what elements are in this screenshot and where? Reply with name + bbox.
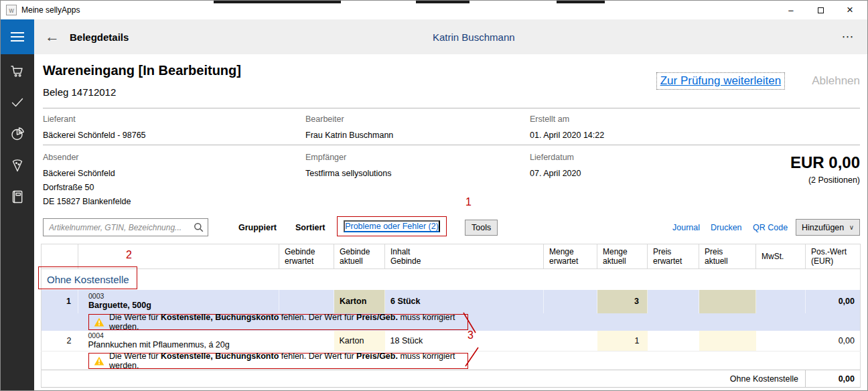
article-number: 0003: [88, 292, 279, 300]
col-gebinde-aktuell: Gebinde aktuell: [334, 244, 385, 269]
sorted-toggle[interactable]: Sortiert: [295, 223, 325, 232]
maximize-icon: [818, 7, 824, 13]
qr-code-link[interactable]: QR Code: [753, 223, 788, 232]
checkmark-icon: [9, 94, 25, 110]
preis-erwartet-cell: [648, 290, 699, 313]
field-absender: Absender Bäckerei Schönfeld Dorfstraße 5…: [43, 153, 131, 209]
menge-erwartet-cell: [544, 331, 597, 351]
titlebar: w Meine sellyApps − ×: [1, 1, 867, 19]
back-arrow-icon: ←: [45, 28, 60, 46]
total-amount: EUR 0,00: [790, 153, 860, 172]
preis-aktuell-cell[interactable]: [699, 290, 756, 313]
positions-table: Gebinde erwartet Gebinde aktuell Inhalt …: [41, 244, 861, 388]
preis-erwartet-cell: [648, 331, 699, 351]
current-user-label[interactable]: Katrin Buschmann: [433, 19, 515, 54]
screen-edge-artifact: [557, 1, 605, 3]
hamburger-menu-button[interactable]: [1, 19, 34, 54]
group-label[interactable]: Ohne Kostenstelle: [42, 269, 861, 290]
maximize-button[interactable]: [806, 1, 835, 19]
pos-wert-cell: 0,00: [806, 331, 861, 351]
screen-edge-artifact: [416, 1, 469, 3]
article-name: Barguette, 500g: [88, 300, 279, 311]
search-input[interactable]: [43, 218, 208, 236]
table-footer-row: Ohne Kostenstelle 0,00: [42, 370, 861, 388]
annotation-box-3a: Die Werte für Kostenstelle, Buchungskont…: [88, 314, 468, 330]
close-icon: ×: [847, 3, 853, 17]
more-options-button[interactable]: ⋯: [838, 19, 858, 54]
ellipsis-icon: ⋯: [842, 30, 855, 44]
mwst-cell: [756, 331, 806, 351]
field-bearbeiter: Bearbeiter Frau Katrin Buschmann: [305, 114, 393, 143]
minimize-button[interactable]: −: [776, 1, 806, 19]
col-mwst: MwSt.: [756, 244, 806, 269]
article-cell: 0004 Pfannkuchen mit Pflaumenmus, á 20g: [78, 331, 279, 351]
col-preis-aktuell: Preis aktuell: [699, 244, 756, 269]
menge-aktuell-cell[interactable]: 3: [597, 290, 648, 313]
appbar: ← Belegdetails Katrin Buschmann ⋯: [1, 19, 867, 54]
gebinde-aktuell-cell[interactable]: Karton: [334, 290, 385, 313]
divider: [43, 108, 860, 108]
col-pos-wert: Pos.-Wert (EUR): [806, 244, 861, 269]
tools-button[interactable]: Tools: [465, 220, 498, 236]
col-row-number: [42, 244, 78, 269]
article-number: 0004: [88, 331, 279, 339]
sidebar-item-food[interactable]: [1, 157, 34, 173]
back-button[interactable]: ←: [40, 19, 65, 54]
warning-text: Die Werte für Kostenstelle, Buchungskont…: [109, 313, 463, 331]
print-link[interactable]: Drucken: [711, 223, 742, 232]
sidebar-item-journal[interactable]: [1, 189, 34, 205]
document-actions: Zur Prüfung weiterleiten Ablehnen: [656, 72, 860, 90]
warning-icon: [94, 317, 104, 327]
grouped-toggle[interactable]: Gruppiert: [238, 223, 277, 232]
annotation-box-1: Probleme oder Fehler (2): [337, 216, 447, 236]
close-button[interactable]: ×: [835, 1, 865, 19]
search-icon[interactable]: [194, 222, 204, 232]
annotation-box-3b: Die Werte für Kostenstelle, Buchungskont…: [88, 353, 468, 369]
col-gebinde-erwartet: Gebinde erwartet: [279, 244, 334, 269]
col-preis-erwartet: Preis erwartet: [648, 244, 699, 269]
document-number: Beleg 14712012: [43, 86, 116, 98]
article-cell: 0003 Barguette, 500g: [78, 290, 279, 313]
col-inhalt-gebinde: Inhalt Gebinde: [385, 244, 544, 269]
window-title: Meine sellyApps: [21, 1, 80, 19]
preis-aktuell-cell[interactable]: [699, 331, 756, 351]
footer-group-total: 0,00: [806, 370, 861, 388]
add-dropdown-button[interactable]: Hinzufügen ∨: [796, 219, 860, 236]
app-logo-icon: w: [6, 5, 17, 15]
warning-row: Die Werte für Kostenstelle, Buchungskont…: [42, 313, 861, 331]
sidebar-item-cart[interactable]: [1, 63, 34, 79]
row-number: 2: [42, 331, 78, 351]
warning-row: Die Werte für Kostenstelle, Buchungskont…: [42, 351, 861, 370]
journal-link[interactable]: Journal: [672, 223, 700, 232]
inhalt-gebinde-cell: 6 Stück: [385, 290, 544, 313]
pie-chart-icon: [9, 126, 25, 142]
gebinde-aktuell-cell[interactable]: Karton: [334, 331, 385, 351]
article-name: Pfannkuchen mit Pflaumenmus, á 20g: [88, 339, 279, 350]
mwst-cell: [756, 290, 806, 313]
chevron-down-icon: ∨: [849, 224, 854, 231]
pos-wert-cell: 0,00: [806, 290, 861, 313]
document-total: EUR 0,00 (2 Positionen): [790, 153, 860, 185]
table-header-row: Gebinde erwartet Gebinde aktuell Inhalt …: [42, 244, 861, 269]
table-row[interactable]: 1 0003 Barguette, 500g Karton 6 Stück 3 …: [42, 290, 861, 313]
menge-aktuell-cell[interactable]: 1: [597, 331, 648, 351]
col-menge-aktuell: Menge aktuell: [597, 244, 648, 269]
cart-icon: [9, 63, 25, 79]
warning-text: Die Werte für Kostenstelle, Buchungskont…: [109, 351, 463, 370]
field-erstellt-am: Erstellt am 01. April 2020 14:22: [530, 114, 604, 143]
pizza-slice-icon: [9, 157, 25, 173]
reject-button[interactable]: Ablehnen: [812, 74, 860, 88]
problems-errors-link[interactable]: Probleme oder Fehler (2): [344, 220, 440, 232]
gebinde-erwartet-cell: [279, 331, 334, 351]
row-number: 1: [42, 290, 78, 313]
sidebar-item-tasks[interactable]: [1, 94, 34, 110]
divider: [43, 145, 860, 145]
app-window: w Meine sellyApps − × ← Belegdetails Kat…: [0, 0, 868, 391]
book-icon: [9, 189, 25, 205]
field-lieferant: Lieferant Bäckerei Schönfeld - 98765: [43, 114, 146, 143]
minimize-icon: −: [788, 5, 794, 16]
forward-for-review-link[interactable]: Zur Prüfung weiterleiten: [656, 72, 785, 90]
table-row[interactable]: 2 0004 Pfannkuchen mit Pflaumenmus, á 20…: [42, 331, 861, 351]
sidebar-item-reports[interactable]: [1, 126, 34, 142]
menge-erwartet-cell: [544, 290, 597, 313]
